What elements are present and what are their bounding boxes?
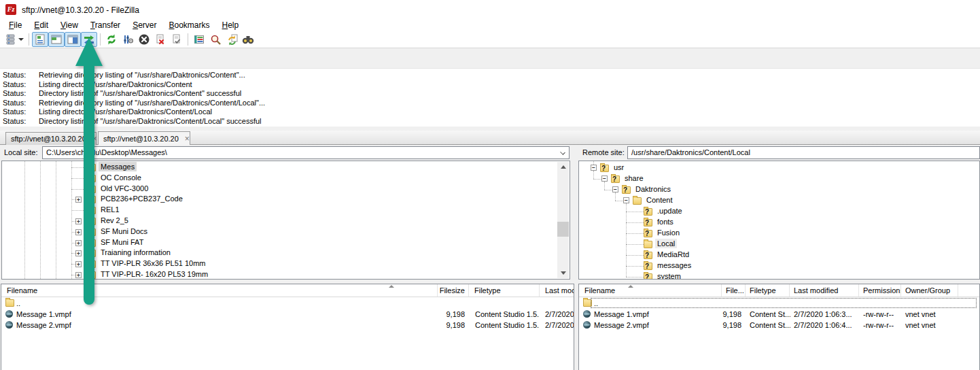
file-modified: 2/7/2020 1:06:3... [794, 309, 860, 320]
reconnect-button[interactable] [169, 32, 185, 47]
tree-item[interactable]: ?usr [579, 163, 979, 173]
folder-icon [5, 299, 14, 307]
file-row[interactable]: Message 1.vmpf 9,198 Content St... 2/7/2… [579, 309, 979, 320]
folder-unknown-icon: ? [644, 219, 652, 226]
window-title: sftp://vnet@10.3.20.20 - FileZilla [22, 5, 139, 15]
find-files-button[interactable] [240, 32, 256, 47]
file-name: Message 2.vmpf [16, 320, 424, 331]
folder-unknown-icon: ? [644, 263, 652, 270]
expand-icon[interactable] [75, 272, 82, 278]
file-modified: 2/7/2020 [545, 320, 574, 331]
folder-unknown-icon: ? [644, 273, 652, 280]
file-type: Content St... [750, 309, 790, 320]
folder-unknown-icon: ? [611, 175, 620, 183]
collapse-icon[interactable] [601, 175, 608, 182]
remote-site-combobox[interactable]: /usr/share/Daktronics/Content/Local [627, 146, 980, 159]
file-row[interactable]: Message 1.vmpf 9,198 Content Studio 1.5.… [1, 309, 574, 320]
expand-icon[interactable] [75, 218, 82, 224]
disconnect-button[interactable] [152, 32, 169, 47]
expand-icon[interactable] [75, 250, 82, 256]
directory-comparison-button[interactable] [207, 32, 224, 47]
tree-item[interactable]: Content [579, 195, 979, 206]
collapse-icon[interactable] [591, 165, 597, 171]
collapse-icon[interactable] [623, 197, 629, 203]
menu-bookmarks[interactable]: Bookmarks [162, 20, 215, 31]
column-header-owner-group[interactable]: Owner/Group [901, 284, 958, 297]
menu-server[interactable]: Server [126, 20, 162, 31]
column-header-filesize[interactable]: Filesize [438, 284, 469, 297]
synchronized-browsing-button[interactable] [224, 32, 240, 47]
tree-item[interactable]: ?share [579, 173, 979, 184]
site-manager-dropdown-icon[interactable] [18, 38, 24, 41]
title-bar: Fz sftp://vnet@10.3.20.20 - FileZilla [0, 0, 980, 19]
local-site-combobox[interactable]: C:\Users\chenlu\Desktop\Messages\ [42, 146, 570, 159]
menu-file[interactable]: File [3, 20, 28, 31]
connection-tab-2[interactable]: sftp://vnet@10.3.20.20 × [98, 131, 190, 145]
log-line: Status:Retrieving directory listing of "… [0, 71, 980, 80]
column-header-filename[interactable]: Filename [579, 284, 722, 297]
expand-icon[interactable] [75, 240, 82, 246]
scroll-up-button[interactable] [557, 162, 569, 172]
remote-file-list[interactable]: Filename File... Filetype Last modified … [578, 284, 980, 370]
toolbar-separator [29, 33, 29, 46]
refresh-button[interactable] [103, 32, 120, 47]
connection-tab-1[interactable]: sftp://vnet@10.3.20.20 × [5, 132, 97, 145]
chevron-down-icon[interactable] [560, 150, 565, 155]
column-header-filename[interactable]: Filename [1, 284, 438, 297]
folder-unknown-icon: ? [644, 208, 652, 216]
arrow-shaft [84, 65, 94, 305]
expand-icon[interactable] [75, 261, 82, 267]
cancel-icon [138, 33, 150, 46]
tree-item-label: Content [644, 195, 675, 205]
file-row[interactable]: Message 2.vmpf 9,198 Content St... 2/7/2… [579, 320, 979, 331]
tree-item[interactable]: ?system [579, 271, 979, 280]
column-header-lastmod[interactable]: Last mod [540, 284, 574, 297]
toggle-log-view-button[interactable] [32, 32, 48, 47]
column-header-permissions[interactable]: Permissions [859, 284, 901, 297]
column-header-filetype[interactable]: Filetype [469, 284, 540, 297]
menu-transfer[interactable]: Transfer [84, 20, 126, 31]
tab-label: sftp://vnet@10.3.20.20 [103, 135, 179, 143]
scroll-down-button[interactable] [557, 268, 569, 278]
expand-icon[interactable] [75, 229, 82, 235]
filter-button[interactable] [191, 32, 207, 47]
tree-item[interactable]: ?messages [579, 260, 979, 271]
log-line: Status:Directory listing of "/usr/share/… [0, 117, 980, 127]
tree-item[interactable]: ?.update [579, 206, 979, 217]
remote-directory-tree[interactable]: ?usr ?share ?Daktronics Content ?.update… [578, 161, 980, 280]
arrow-head [75, 37, 103, 66]
remote-site-path: /usr/share/Daktronics/Content/Local [631, 148, 750, 156]
tree-item[interactable]: ?fonts [579, 217, 979, 228]
menu-view[interactable]: View [54, 20, 84, 31]
sort-ascending-icon [628, 285, 633, 288]
expand-icon[interactable] [75, 197, 82, 203]
toolbar-separator [188, 33, 188, 46]
tree-item-label: Daktronics [633, 184, 673, 194]
file-row-parent-dir[interactable]: .. [579, 298, 979, 309]
tree-item[interactable]: Local [579, 239, 979, 250]
vertical-scrollbar[interactable] [557, 162, 569, 278]
scrollbar-thumb[interactable] [557, 222, 569, 237]
tree-item[interactable]: ?MediaRtd [579, 250, 979, 260]
tab-bar: sftp://vnet@10.3.20.20 × sftp://vnet@10.… [0, 131, 980, 145]
file-name: Message 1.vmpf [16, 309, 424, 320]
column-header-filetype[interactable]: Filetype [746, 284, 790, 297]
tree-item-label: messages [655, 260, 693, 270]
site-manager-button[interactable] [3, 32, 26, 47]
file-row[interactable]: Message 2.vmpf 9,198 Content Studio 1.5.… [1, 320, 574, 331]
local-site-label: Local site: [4, 148, 38, 156]
column-header-filesize[interactable]: File... [722, 284, 746, 297]
tree-item[interactable]: ?Fusion [579, 228, 979, 239]
tab-label: sftp://vnet@10.3.20.20 [11, 135, 86, 143]
tree-item[interactable]: ?Daktronics [579, 184, 979, 195]
process-queue-button[interactable] [120, 32, 136, 47]
filter-icon [194, 34, 205, 45]
collapse-icon[interactable] [612, 186, 618, 192]
menu-help[interactable]: Help [216, 20, 245, 31]
log-message: Retrieving directory listing of "/usr/sh… [39, 99, 265, 108]
toggle-local-tree-button[interactable] [48, 32, 65, 47]
tab-close-icon[interactable]: × [185, 135, 190, 142]
column-header-lastmodified[interactable]: Last modified [790, 284, 859, 297]
cancel-button[interactable] [136, 32, 152, 47]
menu-edit[interactable]: Edit [28, 20, 54, 31]
